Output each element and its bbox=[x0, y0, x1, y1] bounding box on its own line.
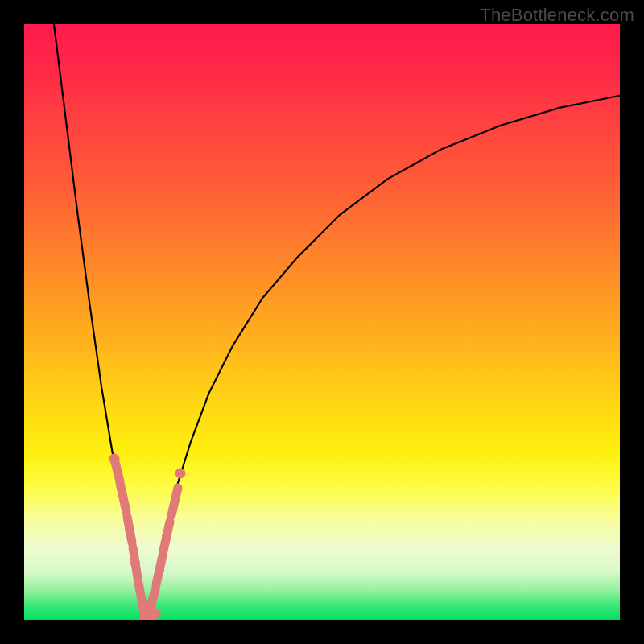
svg-point-1 bbox=[125, 525, 134, 535]
plot-area bbox=[24, 24, 620, 620]
right-arm-curve bbox=[146, 96, 620, 620]
svg-point-7 bbox=[162, 531, 171, 541]
curve-layer bbox=[24, 24, 620, 620]
watermark-text: TheBottleneck.com bbox=[480, 5, 634, 26]
svg-point-6 bbox=[155, 565, 164, 575]
svg-point-2 bbox=[130, 559, 140, 568]
outer-frame: TheBottleneck.com bbox=[0, 0, 644, 644]
svg-point-0 bbox=[109, 454, 120, 464]
svg-point-8 bbox=[175, 469, 186, 479]
bead-cluster-left bbox=[109, 454, 151, 621]
bead-cluster-right bbox=[150, 469, 186, 611]
